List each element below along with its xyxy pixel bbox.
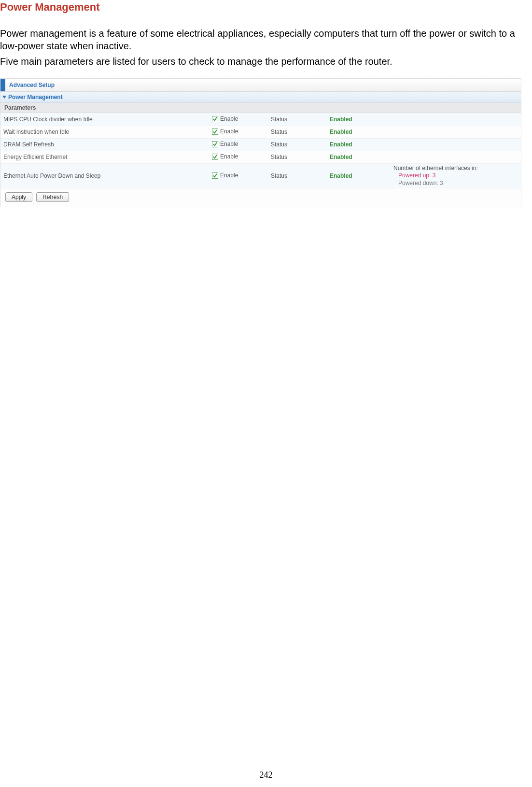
table-row: Ethernet Auto Power Down and Sleep Enabl…	[0, 163, 521, 188]
param-name: Ethernet Auto Power Down and Sleep	[0, 163, 209, 188]
check-icon	[212, 141, 218, 147]
status-value: Enabled	[327, 113, 391, 126]
chevron-down-icon	[2, 96, 6, 99]
intro-paragraph-2: Five main parameters are listed for user…	[0, 55, 532, 68]
param-name: Wait instruction when Idle	[0, 126, 209, 138]
panel-title-bar: Advanced Setup	[0, 79, 521, 92]
intro-paragraph-1: Power management is a feature of some el…	[0, 27, 532, 52]
panel-title: Advanced Setup	[9, 82, 55, 88]
page-number: 242	[0, 770, 532, 780]
check-icon	[212, 116, 218, 122]
page-heading: Power Management	[0, 1, 532, 14]
status-value: Enabled	[327, 151, 391, 163]
enable-checkbox[interactable]: Enable	[212, 115, 238, 122]
status-label: Status	[268, 113, 327, 126]
extra-powered-down: Powered down: 3	[398, 180, 518, 187]
enable-label: Enable	[220, 172, 238, 179]
section-header[interactable]: Power Management	[0, 92, 521, 103]
status-value: Enabled	[327, 126, 391, 138]
enable-label: Enable	[220, 141, 238, 147]
enable-checkbox[interactable]: Enable	[212, 128, 238, 135]
button-row: Apply Refresh	[0, 188, 521, 207]
accent-bar	[0, 79, 5, 91]
param-name: Energy Efficient Ethernet	[0, 151, 209, 163]
enable-checkbox[interactable]: Enable	[212, 153, 238, 160]
settings-panel: Advanced Setup Power Management Paramete…	[0, 78, 521, 207]
extra-powered-up: Powered up: 3	[398, 172, 518, 180]
parameters-header: Parameters	[0, 103, 521, 113]
check-icon	[212, 129, 218, 135]
param-name: MIPS CPU Clock divider when Idle	[0, 113, 209, 126]
enable-label: Enable	[220, 128, 238, 135]
enable-label: Enable	[220, 153, 238, 160]
status-label: Status	[268, 138, 327, 151]
table-row: DRAM Self Refresh Enable Status Enabled	[0, 138, 521, 151]
check-icon	[212, 154, 218, 160]
apply-button[interactable]: Apply	[5, 192, 32, 202]
status-label: Status	[268, 163, 327, 188]
enable-checkbox[interactable]: Enable	[212, 172, 238, 179]
enable-checkbox[interactable]: Enable	[212, 141, 238, 147]
refresh-button[interactable]: Refresh	[36, 192, 69, 202]
parameters-table: MIPS CPU Clock divider when Idle Enable …	[0, 113, 521, 188]
table-row: MIPS CPU Clock divider when Idle Enable …	[0, 113, 521, 126]
param-name: DRAM Self Refresh	[0, 138, 209, 151]
enable-label: Enable	[220, 115, 238, 122]
ethernet-interface-info: Number of ethernet interfaces in: Powere…	[393, 165, 518, 187]
table-row: Wait instruction when Idle Enable Status…	[0, 126, 521, 138]
table-row: Energy Efficient Ethernet Enable Status …	[0, 151, 521, 163]
section-title: Power Management	[8, 94, 63, 100]
status-label: Status	[268, 151, 327, 163]
check-icon	[212, 172, 218, 179]
status-value: Enabled	[327, 163, 391, 188]
extra-title: Number of ethernet interfaces in:	[393, 165, 518, 172]
status-label: Status	[268, 126, 327, 138]
status-value: Enabled	[327, 138, 391, 151]
